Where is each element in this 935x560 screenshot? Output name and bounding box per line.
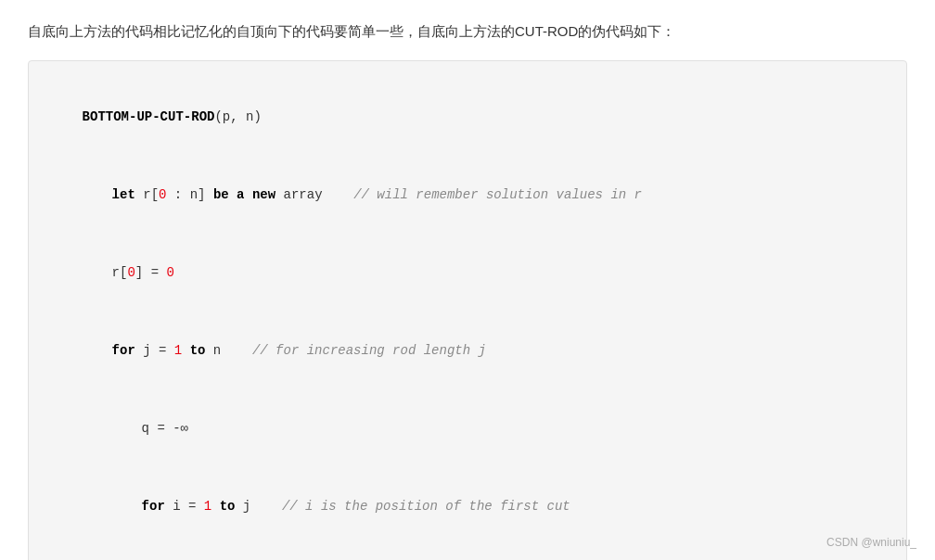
- keyword-to2: to: [220, 499, 236, 514]
- code-function-header: BOTTOM-UP-CUT-ROD(p, n): [51, 78, 884, 156]
- comment-2: // for increasing rod length j: [252, 343, 486, 358]
- keyword-be: be: [213, 187, 229, 202]
- function-name: BOTTOM-UP-CUT-ROD: [83, 109, 215, 124]
- code-line-4: q = -∞: [51, 389, 884, 467]
- function-params: (p, n): [214, 109, 261, 124]
- keyword-for2: for: [142, 499, 165, 514]
- keyword-for1: for: [112, 343, 135, 358]
- num-1-2: 1: [204, 499, 211, 514]
- code-line-2: r[0] = 0: [51, 234, 884, 312]
- code-line-1: let r[0 : n] be a new array // will reme…: [51, 156, 884, 234]
- num-0-3: 0: [166, 265, 173, 280]
- comment-1: // will remember solution values in r: [353, 187, 642, 202]
- keyword-new: new: [252, 187, 275, 202]
- code-block: BOTTOM-UP-CUT-ROD(p, n) let r[0 : n] be …: [28, 60, 907, 560]
- comment-3: // i is the position of the first cut: [282, 499, 570, 514]
- keyword-to1: to: [190, 343, 206, 358]
- code-line-6: q = max{q, p[i] + r[j - i]}: [51, 545, 884, 560]
- code-line-5: for i = 1 to j // i is the position of t…: [51, 467, 884, 545]
- keyword-a: a: [237, 187, 244, 202]
- watermark: CSDN @wniuniu_: [826, 536, 916, 549]
- intro-paragraph: 自底向上方法的代码相比记忆化的自顶向下的代码要简单一些，自底向上方法的CUT-R…: [28, 19, 907, 44]
- code-line-3: for j = 1 to n // for increasing rod len…: [51, 312, 884, 389]
- keyword-let: let: [112, 187, 135, 202]
- num-1-1: 1: [174, 343, 182, 358]
- num-0-1: 0: [159, 187, 166, 202]
- num-0-2: 0: [127, 265, 134, 280]
